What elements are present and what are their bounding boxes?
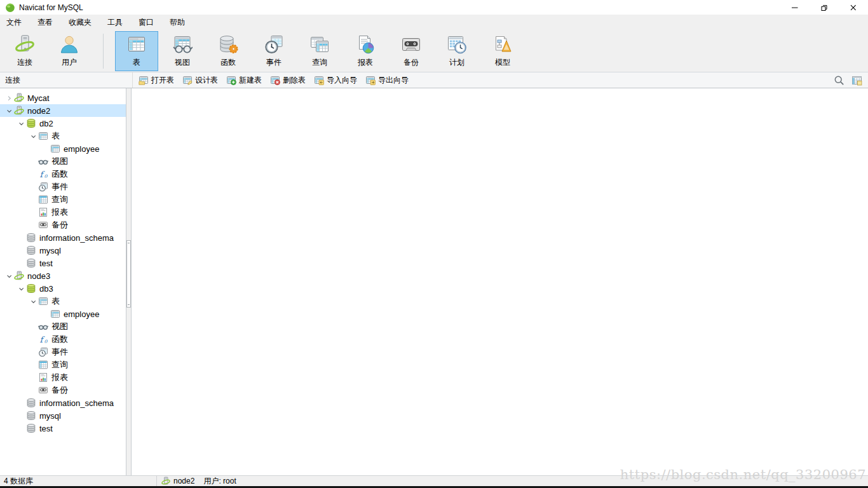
tree-row-employee[interactable]: employee — [0, 142, 126, 155]
tree-row-mysql[interactable]: mysql — [0, 244, 126, 257]
tree-label: 函数 — [51, 168, 68, 180]
subbar-button-export-wizard[interactable]: 导出向导 — [363, 74, 411, 87]
toolbar-button-model[interactable]: 模型 — [481, 31, 524, 71]
restore-button[interactable] — [810, 0, 839, 15]
tree-indent — [16, 258, 26, 268]
table-icon — [38, 296, 48, 306]
menu-item-0[interactable]: 文件 — [1, 15, 27, 30]
main-toolbar: 连接用户 表视图函数事件查询报表备份计划模型 — [0, 30, 868, 72]
menu-item-2[interactable]: 收藏夹 — [63, 15, 97, 30]
tree-indent — [28, 347, 38, 357]
tree-label: employee — [64, 144, 99, 154]
tree-indent — [28, 169, 38, 179]
search-icon[interactable] — [834, 75, 844, 86]
tree-row-information_schema[interactable]: information_schema — [0, 231, 126, 244]
chevron-expanded-icon[interactable] — [4, 271, 14, 281]
toolbar-button-connection[interactable]: 连接 — [4, 31, 46, 71]
tree-label: 表 — [51, 130, 60, 142]
chevron-expanded-icon[interactable] — [28, 296, 38, 306]
toolbar-button-table[interactable]: 表 — [115, 31, 158, 71]
tree-row-db2[interactable]: db2 — [0, 117, 126, 130]
tree-row-test[interactable]: test — [0, 257, 126, 269]
menu-item-4[interactable]: 窗口 — [133, 15, 159, 30]
tree-indent — [28, 385, 38, 395]
toolbar-group-general: 连接用户 — [3, 30, 92, 72]
tree-row-报表[interactable]: 报表 — [0, 206, 126, 219]
tree-row-mysql[interactable]: mysql — [0, 409, 126, 422]
subbar-button-open-table[interactable]: 打开表 — [136, 74, 177, 87]
minimize-button[interactable] — [780, 0, 810, 15]
close-button[interactable] — [839, 0, 868, 15]
chevron-expanded-icon[interactable] — [28, 131, 38, 141]
tree-scrollbar[interactable] — [126, 88, 132, 475]
menu-item-1[interactable]: 查看 — [32, 15, 58, 30]
title-bar: Navicat for MySQL — [0, 0, 868, 15]
tree-row-表[interactable]: 表 — [0, 130, 126, 142]
scrollbar-thumb[interactable] — [126, 240, 131, 308]
tree-row-报表[interactable]: 报表 — [0, 371, 126, 384]
tree-label: mysql — [39, 246, 61, 255]
tree-row-查询[interactable]: 查询 — [0, 193, 126, 206]
tree-label: test — [39, 424, 53, 433]
menu-item-5[interactable]: 帮助 — [164, 15, 191, 30]
tree-row-db3[interactable]: db3 — [0, 282, 126, 295]
tree-row-函数[interactable]: f0函数 — [0, 168, 126, 180]
tree-row-备份[interactable]: 备份 — [0, 384, 126, 396]
tree-indent — [28, 182, 38, 192]
tree-row-node3[interactable]: node3 — [0, 269, 126, 282]
tree-row-视图[interactable]: 视图 — [0, 155, 126, 168]
chevron-expanded-icon[interactable] — [16, 118, 26, 128]
connection-icon — [14, 271, 24, 281]
backups-icon — [38, 220, 48, 230]
tree-label: test — [39, 259, 53, 268]
tree-row-事件[interactable]: 事件 — [0, 180, 126, 193]
toolbar-button-view[interactable]: 视图 — [161, 31, 204, 71]
toolbar-button-schedule[interactable]: 计划 — [435, 31, 478, 71]
subbar-button-new-table[interactable]: 新建表 — [224, 74, 264, 87]
menu-item-3[interactable]: 工具 — [102, 15, 128, 30]
subbar-button-design-table[interactable]: 设计表 — [180, 74, 220, 87]
toolbar-button-query[interactable]: 查询 — [298, 31, 341, 71]
tree-row-Mycat[interactable]: Mycat — [0, 92, 126, 104]
toolbar-button-label: 连接 — [17, 57, 32, 68]
tree-row-函数[interactable]: f0函数 — [0, 333, 126, 346]
subbar-button-label: 导入向导 — [327, 75, 357, 86]
toolbar-button-label: 表 — [133, 57, 140, 68]
queries-icon — [38, 194, 48, 205]
schedule-icon — [447, 34, 467, 55]
tree-label: 备份 — [51, 384, 68, 396]
tree-row-视图[interactable]: 视图 — [0, 320, 126, 333]
tree-row-information_schema[interactable]: information_schema — [0, 396, 126, 409]
user-icon — [59, 34, 79, 55]
tree-label: 查询 — [51, 359, 68, 370]
tree-row-node2[interactable]: node2 — [0, 104, 126, 117]
subbar-button-delete-table[interactable]: 删除表 — [268, 74, 308, 87]
tree-row-表[interactable]: 表 — [0, 295, 126, 308]
tree-row-test[interactable]: test — [0, 422, 126, 435]
toolbar-button-label: 模型 — [495, 57, 510, 68]
chevron-expanded-icon[interactable] — [4, 105, 14, 116]
subbar-right-icons — [834, 75, 868, 86]
database-green-icon — [26, 283, 36, 294]
tree-row-employee[interactable]: employee — [0, 308, 126, 320]
toolbar-button-backup[interactable]: 备份 — [390, 31, 433, 71]
grid-view-icon[interactable] — [851, 75, 862, 86]
chevron-collapsed-icon[interactable] — [4, 93, 14, 103]
tree-label: 查询 — [51, 194, 68, 205]
toolbar-button-user[interactable]: 用户 — [48, 31, 90, 71]
toolbar-button-label: 报表 — [358, 57, 373, 68]
subbar-button-import-wizard[interactable]: 导入向导 — [311, 74, 360, 87]
table-icon — [50, 144, 60, 154]
toolbar-button-report[interactable]: 报表 — [344, 31, 387, 71]
tree-label: node2 — [27, 106, 50, 116]
tree-indent — [40, 309, 50, 319]
chevron-expanded-icon[interactable] — [16, 283, 26, 294]
functions-icon: f0 — [38, 334, 48, 344]
toolbar-button-function[interactable]: 函数 — [207, 31, 250, 71]
tree-row-事件[interactable]: 事件 — [0, 346, 126, 358]
tree-row-备份[interactable]: 备份 — [0, 219, 126, 231]
tree-row-查询[interactable]: 查询 — [0, 358, 126, 371]
views-icon — [38, 322, 48, 332]
toolbar-button-event[interactable]: 事件 — [252, 31, 295, 71]
table-actions: 打开表设计表新建表删除表导入向导导出向导 — [133, 74, 414, 87]
